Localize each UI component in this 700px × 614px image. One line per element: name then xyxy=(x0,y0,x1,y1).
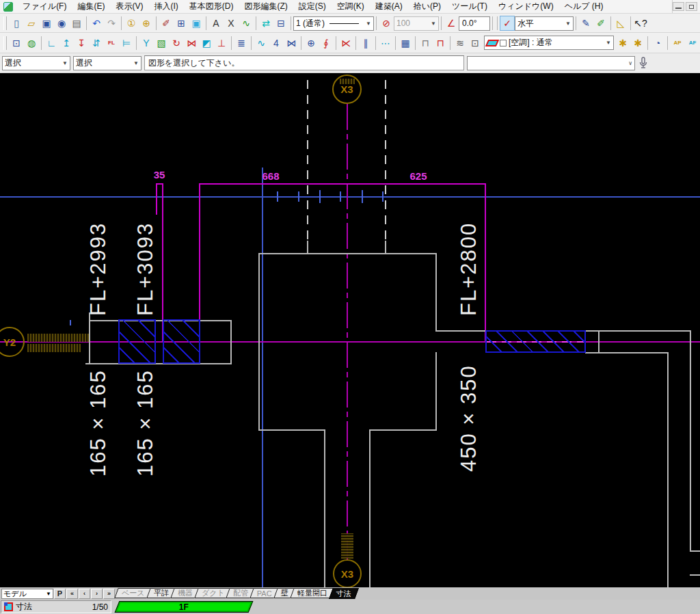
window-switch-icon[interactable]: ⊞ xyxy=(174,16,189,31)
tab-nav-button-3[interactable]: » xyxy=(103,589,115,599)
world-settings-icon[interactable]: ◔ xyxy=(650,36,665,51)
angle-field[interactable]: 0.0° xyxy=(459,16,490,31)
dim-badge-icon[interactable]: ① xyxy=(124,16,139,31)
panel-icon[interactable]: ▦ xyxy=(398,36,413,51)
pen-sa-icon[interactable]: ✱ xyxy=(630,36,645,51)
key-icon[interactable]: ∿ xyxy=(239,16,254,31)
annotation-smudge-left xyxy=(27,334,89,342)
layer-tab-軽量開口[interactable]: 軽量開口 xyxy=(290,588,334,598)
brush-icon[interactable]: ✐ xyxy=(159,16,174,31)
pipe-stack-icon[interactable]: ≣ xyxy=(234,36,249,51)
open-folder-icon[interactable]: ▱ xyxy=(24,16,39,31)
angle-icon[interactable]: ∠ xyxy=(444,16,459,31)
refresh-icon[interactable]: ⇄ xyxy=(258,16,273,31)
sheet-icon[interactable]: ⊟ xyxy=(273,16,288,31)
text-xyz-icon[interactable]: X xyxy=(224,16,239,31)
save-icon[interactable]: ▣ xyxy=(39,16,54,31)
menu-item[interactable]: ヘルプ (H) xyxy=(559,0,609,14)
draw-direction-combo[interactable]: 水平 ▼ xyxy=(515,16,574,31)
level-label-fl3093: FL+3093 xyxy=(133,222,158,316)
menu-item[interactable]: 表示(V) xyxy=(110,0,148,14)
range-select-icon[interactable]: ▣ xyxy=(189,16,204,31)
paper-space-button[interactable]: P xyxy=(54,589,66,599)
grid-bubble-y2: Y2 xyxy=(0,327,25,357)
bracket-red-icon[interactable]: ⊓ xyxy=(433,36,448,51)
tab-nav-button-2[interactable]: › xyxy=(91,589,103,599)
menu-item[interactable]: 図形編集(Z) xyxy=(239,0,293,14)
wall-stub xyxy=(385,241,386,253)
line-style-combo[interactable]: 1 (通常) ▼ xyxy=(293,16,374,31)
s-trap-icon[interactable]: ∮ xyxy=(319,36,334,51)
menu-item[interactable]: 空調(K) xyxy=(332,0,370,14)
valve-icon[interactable]: ⋈ xyxy=(184,36,199,51)
undo-icon[interactable]: ↶ xyxy=(89,16,104,31)
redo-icon[interactable]: ↷ xyxy=(104,16,119,31)
flange-duct-icon[interactable]: ⊨ xyxy=(119,36,134,51)
vertical-duct-icon[interactable]: ⇵ xyxy=(89,36,104,51)
damper-icon[interactable]: ▧ xyxy=(154,36,169,51)
menu-item[interactable]: 拾い(P) xyxy=(408,0,446,14)
zoom-badge-icon[interactable]: ⊕ xyxy=(139,16,154,31)
menu-item[interactable]: 挿入(I) xyxy=(148,0,183,14)
riser-up-icon[interactable]: ↥ xyxy=(59,36,74,51)
machine-icon[interactable]: ◍ xyxy=(24,36,39,51)
new-file-icon[interactable]: ▯ xyxy=(9,16,24,31)
menu-item[interactable]: 編集(E) xyxy=(72,0,110,14)
lamp-af-icon[interactable]: AF xyxy=(685,36,700,51)
corner-fitting-icon[interactable]: ◩ xyxy=(199,36,214,51)
fl-level-icon[interactable]: FL xyxy=(104,36,119,51)
layer-stack-icon[interactable]: ≋ xyxy=(453,36,468,51)
duct-elbow-icon[interactable]: ∟ xyxy=(44,36,59,51)
lamp-ap-icon[interactable]: AP xyxy=(670,36,685,51)
pen-setting-icon[interactable]: ✱ xyxy=(615,36,630,51)
register-icon[interactable]: ⊕ xyxy=(304,36,319,51)
pick-count-icon[interactable]: 4 xyxy=(269,36,284,51)
current-layer-box[interactable]: 寸法 1/50 xyxy=(1,600,111,613)
model-space-combo[interactable]: モデル ▼ xyxy=(1,589,53,599)
property-pen-icon[interactable]: ✐ xyxy=(593,16,608,31)
search-drawing-icon[interactable]: ◉ xyxy=(54,16,69,31)
dimension-value-668: 668 xyxy=(253,170,288,182)
tab-nav-button-0[interactable]: « xyxy=(66,589,78,599)
layer-group-combo[interactable]: [空調] : 通常 ▼ xyxy=(484,36,614,50)
layout-box-icon[interactable]: ⊡ xyxy=(468,36,483,51)
tick-mark xyxy=(382,191,383,202)
ink-pen-icon[interactable]: ✎ xyxy=(578,16,593,31)
layer-tab-寸法[interactable]: 寸法 xyxy=(329,588,359,599)
branch-icon[interactable]: Y xyxy=(139,36,154,51)
command-input-combo[interactable]: ∨ xyxy=(467,56,635,70)
hatch-icon[interactable]: ∥ xyxy=(358,36,373,51)
chevron-down-icon: ▼ xyxy=(563,21,571,27)
riser-down-icon[interactable]: ↧ xyxy=(74,36,89,51)
minimize-button[interactable] xyxy=(673,2,684,11)
select-mode-combo-right[interactable]: 選択 ▼ xyxy=(73,56,142,70)
text-edit-icon[interactable]: A xyxy=(208,16,224,31)
menu-item[interactable]: ツール(T) xyxy=(446,0,493,14)
menu-item[interactable]: ウィンドウ(W) xyxy=(493,0,559,14)
insulation-icon[interactable]: ⋯ xyxy=(378,36,393,51)
bracket-icon[interactable]: ⊓ xyxy=(418,36,433,51)
menu-item[interactable]: 設定(S) xyxy=(293,0,332,14)
horizontal-check-icon[interactable]: ✓ xyxy=(500,16,515,31)
menu-item[interactable]: 建築(A) xyxy=(370,0,408,14)
print-icon[interactable]: ▤ xyxy=(69,16,84,31)
tab-nav-button-1[interactable]: ‹ xyxy=(79,589,90,599)
scale-combo[interactable]: 100 ▼ xyxy=(394,16,439,31)
help-icon[interactable]: ↖? xyxy=(633,16,648,31)
mini-joint-icon[interactable]: ⋉ xyxy=(338,36,353,51)
ruler-icon[interactable]: ◺ xyxy=(613,16,628,31)
tee-fitting-icon[interactable]: ⊥ xyxy=(214,36,229,51)
menu-item[interactable]: 基本図形(D) xyxy=(184,0,239,14)
swing-fitting-icon[interactable]: ↻ xyxy=(169,36,184,51)
microphone-icon[interactable] xyxy=(638,57,649,69)
pen-wheel-icon[interactable]: ⊘ xyxy=(379,16,394,31)
current-layer-name: 寸法 xyxy=(16,601,32,613)
auto-route-icon[interactable]: ∿ xyxy=(254,36,269,51)
device-monitor-icon[interactable]: ⊡ xyxy=(9,36,24,51)
joint-icon[interactable]: ⋈ xyxy=(284,36,299,51)
floor-indicator[interactable]: 1F xyxy=(115,601,254,613)
restore-button[interactable] xyxy=(686,2,697,11)
drawing-canvas[interactable]: 35 668 625 FL+2993 xyxy=(0,73,700,587)
menu-item[interactable]: ファイル(F) xyxy=(17,0,72,14)
select-mode-combo-left[interactable]: 選択 ▼ xyxy=(2,56,70,70)
